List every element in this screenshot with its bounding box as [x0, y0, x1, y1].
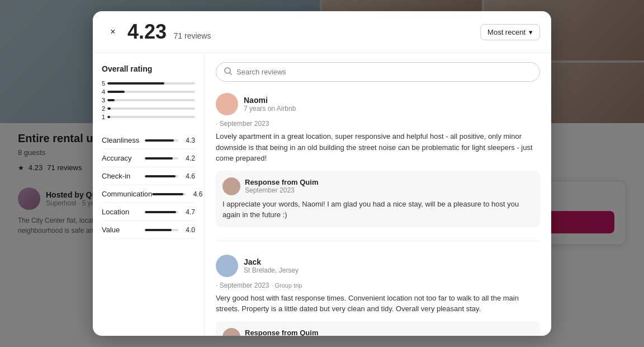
star-number: 1 [102, 114, 105, 120]
category-label: Value [102, 226, 120, 234]
category-bar-inner [145, 229, 172, 231]
category-label: Check-in [102, 172, 130, 180]
rating-category-row: Communication 4.6 [102, 185, 195, 203]
category-bar-inner [145, 175, 176, 177]
modal-body: Overall rating 5 4 3 2 1 Cleanliness [93, 53, 551, 336]
star-bar-row: 2 [102, 105, 195, 112]
host-response-name: Response from Quim [245, 178, 318, 186]
reviewer-name: Jack [244, 257, 299, 266]
rating-category-row: Accuracy 4.2 [102, 149, 195, 167]
category-bar-inner [145, 139, 174, 142]
modal-header-right: Most recent ▾ [480, 24, 540, 40]
host-response-date: September 2023 [245, 186, 318, 194]
category-bar-outer [152, 193, 186, 195]
reviewer-row: Jack St Brelade, Jersey [216, 255, 540, 277]
category-bar-outer [145, 157, 178, 160]
category-bar-outer [145, 211, 178, 213]
category-bar-inner [145, 157, 173, 160]
category-label: Cleanliness [102, 136, 139, 144]
category-bar-inner [145, 211, 176, 213]
category-label: Accuracy [102, 154, 131, 162]
modal-review-count: 71 reviews [174, 31, 211, 40]
star-bar-outer [107, 91, 195, 93]
modal-left-panel: Overall rating 5 4 3 2 1 Cleanliness [93, 53, 205, 336]
star-bar-inner [107, 91, 125, 93]
most-recent-dropdown[interactable]: Most recent ▾ [480, 24, 540, 40]
host-response-avatar [222, 328, 240, 336]
modal-right-panel: Naomi 7 years on Airbnb · September 2023… [205, 53, 551, 336]
star-bar-outer [107, 99, 195, 101]
category-right: 4.0 [145, 226, 195, 234]
rating-category-row: Check-in 4.6 [102, 167, 195, 185]
host-response-meta: Response from Quim September 2023 [245, 329, 318, 336]
category-right: 4.6 [152, 190, 202, 198]
star-bar-outer [107, 107, 195, 110]
category-value: 4.6 [182, 172, 195, 180]
star-bar-outer [107, 82, 195, 85]
star-number: 4 [102, 88, 105, 95]
reviewer-avatar [216, 255, 238, 277]
category-bar-inner [152, 193, 183, 195]
star-number: 3 [102, 97, 105, 104]
svg-line-1 [230, 73, 231, 74]
trip-type-badge: · Group trip [271, 282, 302, 289]
review-card: Naomi 7 years on Airbnb · September 2023… [216, 93, 540, 241]
rating-category-row: Cleanliness 4.3 [102, 132, 195, 149]
host-response-meta: Response from Quim September 2023 [245, 178, 318, 194]
review-date: · September 2023 [216, 120, 540, 128]
search-bar[interactable] [216, 62, 540, 82]
search-input[interactable] [236, 68, 532, 76]
review-card: Jack St Brelade, Jersey · September 2023… [216, 255, 540, 336]
category-bar-outer [145, 229, 178, 231]
modal-header: × 4.23 71 reviews Most recent ▾ [93, 11, 551, 53]
reviewer-avatar [216, 93, 238, 115]
chevron-down-icon: ▾ [529, 28, 533, 36]
review-date: · September 2023· Group trip [216, 282, 540, 289]
star-bars: 5 4 3 2 1 [102, 80, 195, 120]
host-response-header: Response from Quim September 2023 [222, 328, 533, 336]
category-value: 4.7 [182, 208, 195, 216]
most-recent-label: Most recent [487, 28, 525, 36]
host-response: Response from Quim September 2023 I real… [216, 321, 540, 336]
star-bar-inner [107, 82, 164, 85]
reviews-modal: × 4.23 71 reviews Most recent ▾ Overall … [93, 11, 551, 336]
host-response-name: Response from Quim [245, 329, 318, 336]
review-text: Lovely apartment in a great location, su… [216, 131, 540, 164]
star-number: 5 [102, 80, 105, 87]
reviewer-name: Naomi [244, 96, 296, 105]
category-bar-outer [145, 139, 178, 142]
overall-rating-label: Overall rating [102, 64, 195, 73]
reviewer-info: Jack St Brelade, Jersey [244, 257, 299, 274]
reviewer-meta: 7 years on Airbnb [244, 105, 296, 112]
close-button[interactable]: × [104, 23, 122, 41]
star-number: 2 [102, 105, 105, 112]
modal-big-rating: 4.23 [127, 20, 167, 43]
modal-title-area: 4.23 71 reviews [127, 20, 211, 44]
category-value: 4.2 [182, 154, 195, 162]
star-bar-inner [107, 116, 110, 118]
category-right: 4.2 [145, 154, 195, 162]
category-value: 4.6 [189, 190, 202, 198]
rating-category-row: Location 4.7 [102, 203, 195, 221]
category-label: Communication [102, 190, 152, 198]
rating-categories: Cleanliness 4.3 Accuracy 4.2 Check-in 4.… [102, 132, 195, 239]
host-response-header: Response from Quim September 2023 [222, 177, 533, 195]
review-text: Very good host with fast response times.… [216, 293, 540, 315]
reviewer-meta: St Brelade, Jersey [244, 266, 299, 274]
host-response: Response from Quim September 2023 I appr… [216, 171, 540, 227]
star-bar-row: 4 [102, 88, 195, 95]
host-response-text: I appreciate your words, Naomi! I am gla… [222, 199, 533, 221]
category-right: 4.3 [145, 137, 195, 144]
category-bar-outer [145, 175, 178, 177]
rating-category-row: Value 4.0 [102, 221, 195, 239]
star-bar-inner [107, 99, 115, 101]
star-bar-row: 5 [102, 80, 195, 87]
category-value: 4.0 [182, 226, 195, 234]
star-bar-row: 3 [102, 97, 195, 104]
category-value: 4.3 [182, 137, 195, 144]
reviewer-info: Naomi 7 years on Airbnb [244, 96, 296, 112]
category-label: Location [102, 208, 129, 216]
reviews-list: Naomi 7 years on Airbnb · September 2023… [216, 93, 540, 336]
category-right: 4.6 [145, 172, 195, 180]
host-response-avatar [222, 177, 240, 195]
